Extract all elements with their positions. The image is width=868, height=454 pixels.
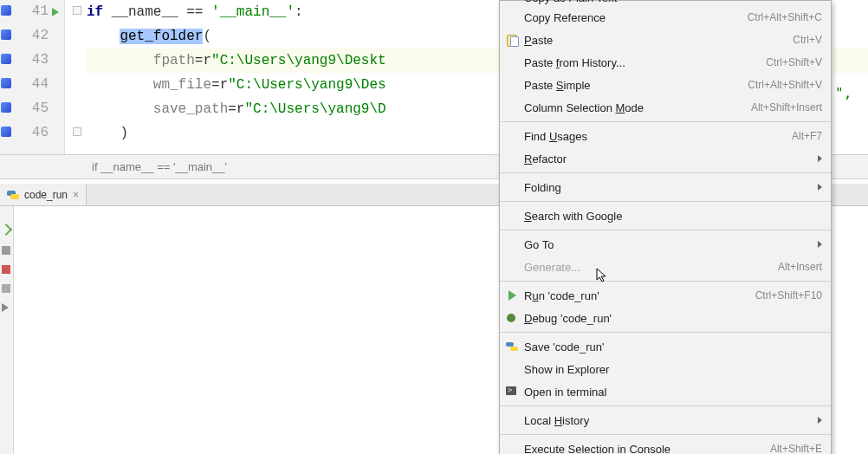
line-number: 45 [32,101,49,116]
menu-generate: Generate... Alt+Insert [500,256,831,278]
breadcrumb-item[interactable]: if __name__ == '__main__' [92,160,227,173]
submenu-arrow-icon [818,184,822,191]
run-gutter-icon[interactable] [52,8,59,16]
menu-goto[interactable]: Go To [500,233,831,256]
menu-show-explorer[interactable]: Show in Explorer [500,358,831,380]
menu-paste-history[interactable]: Paste from History... Ctrl+Shift+V [500,51,831,74]
run-tool-strip [0,206,14,454]
close-icon[interactable]: × [73,189,79,201]
line-number: 42 [32,28,49,43]
menu-separator [500,121,831,122]
menu-separator [500,405,831,406]
menu-run[interactable]: Run 'code_run' Ctrl+Shift+F10 [500,284,831,307]
bookmark-icon [1,29,11,40]
menu-copy-plain[interactable]: Copy as Plain Text [500,0,831,6]
bookmark-icon [1,54,11,64]
menu-search-google[interactable]: Search with Google [500,204,831,227]
submenu-arrow-icon [818,417,822,424]
menu-folding[interactable]: Folding [500,176,831,198]
tab-code-run[interactable]: code_run × [0,184,87,205]
menu-local-history[interactable]: Local History [500,409,831,431]
string-fragment: ", [835,85,852,101]
python-file-icon [505,340,519,353]
paste-icon [505,33,519,47]
submenu-arrow-icon [818,241,822,248]
debug-icon [505,311,519,325]
line-number: 41 [32,3,49,19]
line-number: 46 [32,125,49,140]
menu-execute-selection[interactable]: Execute Selection in Console Alt+Shift+E [500,438,831,454]
menu-open-terminal[interactable]: Open in terminal [500,380,831,403]
menu-find-usages[interactable]: Find Usages Alt+F7 [500,125,831,147]
selected-text: get_folder [120,29,203,44]
bookmark-icon [1,5,11,16]
menu-refactor[interactable]: Refactor [500,147,831,170]
menu-separator [500,434,831,435]
menu-debug[interactable]: Debug 'code_run' [500,307,831,329]
menu-separator [500,281,831,282]
menu-paste-simple[interactable]: Paste Simple Ctrl+Alt+Shift+V [500,74,831,96]
menu-separator [500,230,831,230]
line-number: 44 [32,76,49,92]
menu-column-selection[interactable]: Column Selection Mode Alt+Shift+Insert [500,96,831,119]
menu-save[interactable]: Save 'code_run' [500,335,831,358]
editor-gutter: 41 42 43 44 45 46 [0,0,65,154]
rerun-icon[interactable] [0,224,12,236]
menu-paste[interactable]: Paste Ctrl+V [500,29,831,51]
gutter-icons [0,0,14,154]
bookmark-icon [1,78,11,88]
fold-icon[interactable] [73,6,81,15]
submenu-arrow-icon [818,155,822,162]
fold-icon[interactable] [73,127,81,136]
python-file-icon [7,189,19,201]
editor-context-menu[interactable]: Copy as Plain Text Copy Reference Ctrl+A… [499,0,832,454]
menu-separator [500,172,831,173]
bookmark-icon [1,126,11,137]
exit-icon[interactable] [2,265,10,274]
terminal-icon [505,385,519,399]
menu-separator [500,201,831,202]
layout-icon[interactable] [2,284,10,293]
line-number: 43 [32,52,49,68]
bookmark-icon [1,102,11,113]
play-icon[interactable] [2,303,10,312]
stop-icon[interactable] [2,246,10,255]
run-icon [505,289,519,302]
tab-label: code_run [24,189,68,201]
menu-copy-reference[interactable]: Copy Reference Ctrl+Alt+Shift+C [500,6,831,29]
menu-separator [500,332,831,333]
